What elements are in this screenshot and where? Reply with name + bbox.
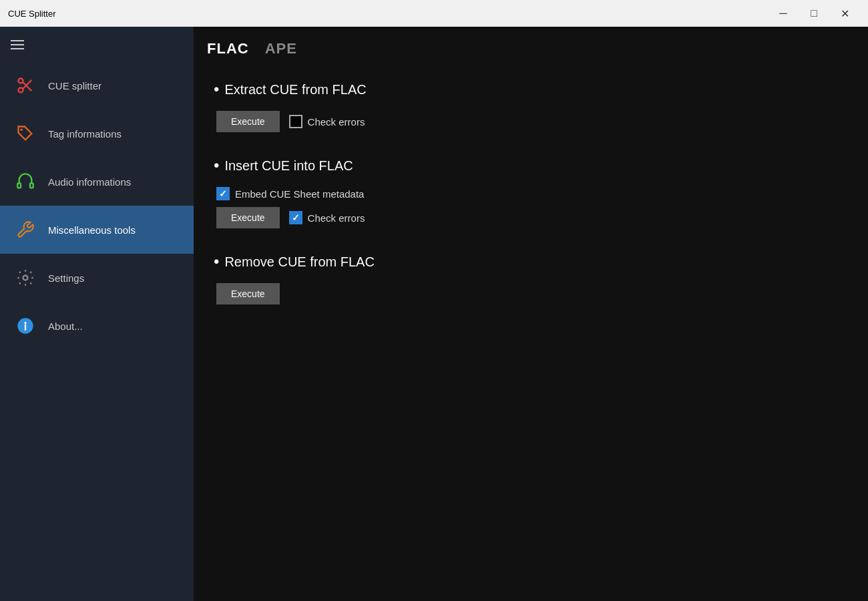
maximize-button[interactable]: □ bbox=[799, 0, 829, 27]
svg-line-2 bbox=[23, 82, 31, 91]
tag-icon bbox=[13, 122, 37, 146]
checkbox-label-extract: Check errors bbox=[308, 116, 365, 128]
section-title-extract: Extract CUE from FLAC bbox=[214, 80, 848, 99]
sidebar-label-settings: Settings bbox=[48, 272, 84, 284]
window-controls: ─ □ ✕ bbox=[768, 0, 860, 27]
sidebar: CUE splitter Tag informations Audio i bbox=[0, 27, 194, 601]
scissors-icon bbox=[13, 73, 37, 97]
tab-bar: FLAC APE bbox=[194, 27, 868, 63]
section-insert-cue: Insert CUE into FLAC Embed CUE Sheet met… bbox=[214, 156, 848, 228]
svg-line-3 bbox=[23, 80, 31, 89]
minimize-button[interactable]: ─ bbox=[768, 0, 799, 27]
sidebar-label-audio-informations: Audio informations bbox=[48, 176, 131, 188]
content-area: Extract CUE from FLAC Execute Check erro… bbox=[194, 73, 868, 335]
section-title-insert: Insert CUE into FLAC bbox=[214, 156, 848, 175]
svg-point-4 bbox=[20, 128, 23, 131]
checkbox-box-extract bbox=[289, 115, 302, 128]
checkbox-check-errors-insert[interactable]: Check errors bbox=[289, 211, 365, 224]
app-title: CUE Splitter bbox=[8, 9, 56, 19]
titlebar: CUE Splitter ─ □ ✕ bbox=[0, 0, 868, 27]
sidebar-label-miscellaneous-tools: Miscellaneous tools bbox=[48, 224, 136, 236]
info-icon bbox=[13, 314, 37, 338]
sidebar-label-cue-splitter: CUE splitter bbox=[48, 80, 101, 91]
sidebar-item-tag-informations[interactable]: Tag informations bbox=[0, 110, 194, 158]
headphones-icon bbox=[13, 170, 37, 194]
app-container: CUE splitter Tag informations Audio i bbox=[0, 27, 868, 601]
section-row-extract: Execute Check errors bbox=[216, 111, 848, 132]
hamburger-line-2 bbox=[11, 44, 24, 45]
sidebar-item-about[interactable]: About... bbox=[0, 302, 194, 350]
checkbox-label-insert: Check errors bbox=[308, 212, 365, 224]
checkbox-box-embed bbox=[216, 187, 230, 200]
tab-flac[interactable]: FLAC bbox=[207, 37, 260, 63]
close-button[interactable]: ✕ bbox=[829, 0, 860, 27]
wrench-icon bbox=[13, 218, 37, 242]
hamburger-button[interactable] bbox=[0, 33, 194, 56]
sidebar-item-miscellaneous-tools[interactable]: Miscellaneous tools bbox=[0, 206, 194, 254]
sidebar-label-tag-informations: Tag informations bbox=[48, 128, 122, 140]
execute-button-insert[interactable]: Execute bbox=[216, 207, 280, 228]
section-row-insert: Execute Check errors bbox=[216, 207, 848, 228]
svg-point-7 bbox=[23, 276, 28, 280]
section-row-embed: Embed CUE Sheet metadata bbox=[216, 187, 848, 200]
sidebar-label-about: About... bbox=[48, 321, 83, 332]
sidebar-item-settings[interactable]: Settings bbox=[0, 254, 194, 302]
section-title-remove: Remove CUE from FLAC bbox=[214, 252, 848, 271]
tab-ape[interactable]: APE bbox=[265, 37, 308, 63]
sidebar-item-cue-splitter[interactable]: CUE splitter bbox=[0, 61, 194, 110]
checkbox-label-embed: Embed CUE Sheet metadata bbox=[235, 188, 364, 200]
gear-icon bbox=[13, 266, 37, 290]
titlebar-left: CUE Splitter bbox=[8, 9, 56, 19]
checkbox-embed-cue[interactable]: Embed CUE Sheet metadata bbox=[216, 187, 364, 200]
section-extract-cue: Extract CUE from FLAC Execute Check erro… bbox=[214, 80, 848, 132]
svg-rect-5 bbox=[17, 183, 21, 188]
hamburger-line-1 bbox=[11, 40, 24, 41]
sidebar-item-audio-informations[interactable]: Audio informations bbox=[0, 158, 194, 206]
execute-button-remove[interactable]: Execute bbox=[216, 283, 280, 305]
svg-rect-6 bbox=[30, 183, 33, 188]
checkbox-box-insert bbox=[289, 211, 302, 224]
section-remove-cue: Remove CUE from FLAC Execute bbox=[214, 252, 848, 305]
checkbox-check-errors-extract[interactable]: Check errors bbox=[289, 115, 365, 128]
execute-button-extract[interactable]: Execute bbox=[216, 111, 280, 132]
section-row-remove: Execute bbox=[216, 283, 848, 305]
main-content: FLAC APE Extract CUE from FLAC Execute C… bbox=[194, 27, 868, 601]
hamburger-line-3 bbox=[11, 48, 24, 49]
